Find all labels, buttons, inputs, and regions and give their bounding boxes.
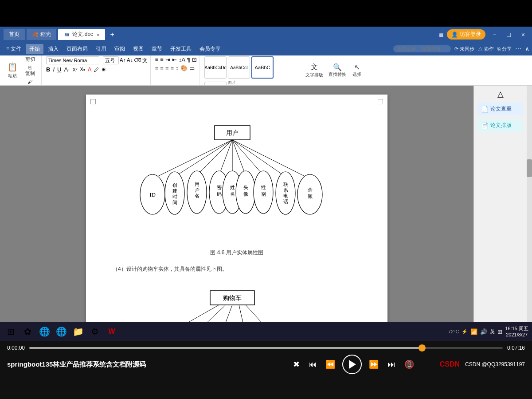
- font-shrink-icon[interactable]: A↓: [127, 57, 133, 63]
- italic-button[interactable]: I: [53, 66, 55, 73]
- total-time: 0:07:16: [507, 345, 525, 351]
- forward-button[interactable]: ⏩: [367, 358, 380, 371]
- menu-view[interactable]: 视图: [129, 44, 147, 54]
- sound-icon[interactable]: 🔊: [480, 328, 487, 335]
- maximize-button[interactable]: □: [503, 30, 514, 39]
- line-spacing-icon[interactable]: ↕: [176, 65, 179, 71]
- progress-track[interactable]: [29, 347, 503, 349]
- menu-references[interactable]: 引用: [92, 44, 110, 54]
- play-button[interactable]: [342, 355, 362, 374]
- collab-button[interactable]: △ 协作: [478, 46, 494, 52]
- panel-collapse-icon[interactable]: △: [497, 89, 504, 99]
- format-button[interactable]: 🖌 格式刷: [21, 79, 39, 86]
- close-button[interactable]: ×: [518, 30, 528, 39]
- bullet-list-icon[interactable]: ≡: [155, 56, 159, 63]
- paper-layout-icon: 📄: [481, 122, 489, 129]
- cortana-icon[interactable]: ✿: [20, 324, 35, 339]
- indent-decrease-icon[interactable]: ⇤: [172, 56, 177, 63]
- prev-button[interactable]: ⏮: [307, 358, 318, 371]
- search-input[interactable]: [393, 45, 451, 52]
- file-explorer-icon[interactable]: 📁: [71, 324, 85, 339]
- bold-button[interactable]: B: [46, 66, 50, 73]
- cut-button[interactable]: ✂ 剪切: [21, 55, 39, 63]
- tab-daoke[interactable]: 🍂 稻壳: [27, 29, 56, 40]
- svg-text:系: 系: [283, 187, 288, 193]
- menu-dev-tools[interactable]: 开发工具: [167, 44, 195, 54]
- align-left-icon[interactable]: ≡: [155, 65, 159, 71]
- top-black-bar: [0, 0, 532, 27]
- menu-file[interactable]: ≡ 文件: [3, 44, 25, 54]
- menu-insert[interactable]: 插入: [44, 44, 62, 54]
- sort-icon[interactable]: ↕A: [179, 56, 185, 63]
- align-center-icon[interactable]: ≡: [160, 65, 164, 71]
- visitor-login-button[interactable]: 👤 访客登录: [447, 29, 485, 40]
- fill-color-icon[interactable]: 🎨: [180, 65, 188, 71]
- align-icon[interactable]: ⊡: [192, 56, 197, 63]
- progress-thumb[interactable]: [419, 344, 426, 352]
- browser-ie-icon[interactable]: 🌐: [37, 324, 51, 339]
- style-normal[interactable]: AaBbCcDc: [204, 56, 227, 79]
- doc-main[interactable]: 用户 ID: [0, 86, 473, 331]
- menu-vip[interactable]: 会员专享: [196, 44, 224, 54]
- menu-page-layout[interactable]: 页面布局: [63, 44, 91, 54]
- scrollbar-thumb[interactable]: [527, 159, 532, 177]
- copy-button[interactable]: ⎘ 复制: [21, 64, 39, 77]
- paper-layout-button[interactable]: 📄 论文排版: [477, 119, 523, 132]
- style-aabb2[interactable]: AaBbC: [204, 82, 227, 86]
- superscript-button[interactable]: X²: [72, 67, 77, 72]
- special-char-icon[interactable]: ¶: [187, 56, 190, 63]
- menu-start[interactable]: 开始: [26, 44, 43, 54]
- temp-display: 72°C: [448, 329, 459, 334]
- wps-apps-button[interactable]: ▦: [438, 32, 443, 38]
- text-layout-button[interactable]: 文 文字排版: [304, 62, 325, 79]
- find-replace-button[interactable]: 🔍 直找替换: [327, 62, 348, 79]
- settings-icon[interactable]: ⚙: [88, 324, 102, 339]
- clear-format-icon[interactable]: ⌫: [134, 57, 141, 63]
- border-style-icon[interactable]: ▭: [189, 65, 195, 71]
- add-tab-button[interactable]: +: [107, 30, 118, 40]
- align-right-icon[interactable]: ≡: [165, 65, 169, 71]
- paste-button[interactable]: 📋 粘贴: [5, 61, 20, 80]
- indent-increase-icon[interactable]: ⇥: [165, 56, 170, 63]
- numbered-list-icon[interactable]: ≡: [160, 56, 164, 63]
- highlight-button[interactable]: 🖊: [94, 67, 99, 72]
- sync-button[interactable]: ⟳ 未同步: [454, 46, 474, 52]
- rewind-button[interactable]: ⏪: [324, 358, 337, 371]
- tab-doc[interactable]: W 论文.doc ×: [58, 29, 105, 40]
- ribbon-toggle[interactable]: ∧: [525, 45, 529, 52]
- font-name-input[interactable]: [46, 56, 99, 64]
- network-icon[interactable]: 📶: [470, 328, 477, 335]
- svg-text:名: 名: [195, 193, 200, 198]
- select-button[interactable]: ↖ 选择: [350, 62, 364, 79]
- close-video-button[interactable]: ✖: [291, 358, 301, 371]
- menu-review[interactable]: 审阅: [111, 44, 129, 54]
- justify-icon[interactable]: ≡: [170, 65, 174, 71]
- wps-icon[interactable]: W: [105, 324, 119, 339]
- subscript-button[interactable]: X₂: [80, 67, 85, 72]
- start-button[interactable]: ⊞: [4, 324, 18, 339]
- font-color-button[interactable]: A: [88, 66, 92, 73]
- font-size-input[interactable]: [103, 56, 119, 64]
- taskbar: ⊞ ✿ 🌐 🌐 📁 ⚙ W 72°C ⚡ 📶 🔊 英 ⊞ 16:15 周五 20…: [0, 322, 532, 341]
- next-button[interactable]: ⏭: [386, 358, 397, 371]
- menu-chapter[interactable]: 章节: [148, 44, 166, 54]
- paper-review-button[interactable]: 📄 论文查重: [477, 103, 523, 115]
- browser-edge-icon[interactable]: 🌐: [54, 324, 68, 339]
- font-grow-icon[interactable]: A↑: [120, 57, 126, 63]
- airplay-button[interactable]: 📵: [403, 358, 416, 371]
- lang-indicator[interactable]: 英: [490, 328, 495, 335]
- keyboard-icon[interactable]: ⊞: [497, 328, 502, 335]
- strikethrough-button[interactable]: A-: [64, 66, 70, 73]
- more-button[interactable]: ⋯: [515, 45, 521, 52]
- clock-display[interactable]: 16:15 周五 2021/8/27: [505, 325, 528, 338]
- style-paper-table[interactable]: AaBbCcI: [228, 56, 250, 79]
- vertical-scrollbar[interactable]: [527, 86, 532, 331]
- border-button[interactable]: ⊞: [102, 67, 106, 72]
- style-aabb1[interactable]: AaBbC: [251, 56, 274, 79]
- phonetic-icon[interactable]: 文: [142, 57, 148, 64]
- share-button[interactable]: ⎗ 分享: [497, 46, 512, 52]
- minimize-button[interactable]: −: [489, 30, 500, 39]
- text-layout-icon: 文: [311, 63, 318, 72]
- underline-button[interactable]: U: [57, 66, 61, 73]
- tab-home[interactable]: 首页: [4, 29, 25, 40]
